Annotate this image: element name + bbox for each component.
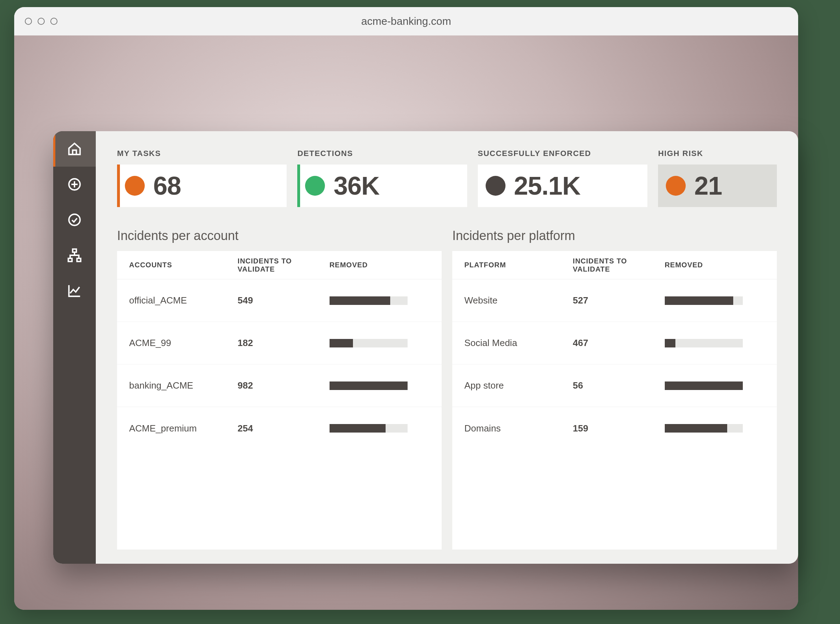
panels: Incidents per account ACCOUNTS INCIDENTS… bbox=[117, 228, 777, 550]
kpi-label: HIGH RISK bbox=[658, 149, 777, 158]
panel-accounts: Incidents per account ACCOUNTS INCIDENTS… bbox=[117, 228, 442, 550]
kpi-card: 36K bbox=[297, 165, 467, 207]
traffic-lights bbox=[25, 18, 57, 25]
table-row[interactable]: official_ACME 549 bbox=[117, 280, 442, 322]
cell-removed bbox=[665, 339, 765, 348]
col-header-incidents: INCIDENTS TO VALIDATE bbox=[573, 257, 665, 273]
sidebar-item-analytics[interactable] bbox=[53, 273, 96, 309]
svg-rect-3 bbox=[68, 258, 73, 262]
kpi-enforced[interactable]: SUCCESFULLY ENFORCED 25.1K bbox=[478, 149, 647, 207]
kpi-detections[interactable]: DETECTIONS 36K bbox=[297, 149, 467, 207]
cell-removed bbox=[330, 339, 430, 348]
cell-incidents: 182 bbox=[238, 338, 330, 349]
cell-incidents: 467 bbox=[573, 338, 665, 349]
svg-point-1 bbox=[69, 214, 80, 226]
cell-platform: Website bbox=[464, 295, 573, 306]
kpi-value: 25.1K bbox=[514, 171, 580, 200]
kpi-label: SUCCESFULLY ENFORCED bbox=[478, 149, 647, 158]
kpi-row: MY TASKS 68 DETECTIONS 36K SUCCESFULLY E… bbox=[117, 149, 777, 207]
browser-url: acme-banking.com bbox=[361, 15, 451, 27]
col-header-platform: PLATFORM bbox=[464, 261, 573, 269]
table-row[interactable]: Domains 159 bbox=[452, 407, 777, 449]
table-row[interactable]: Social Media 467 bbox=[452, 322, 777, 365]
cell-incidents: 159 bbox=[573, 423, 665, 434]
cell-account: banking_ACME bbox=[129, 380, 238, 391]
table-row[interactable]: App store 56 bbox=[452, 365, 777, 407]
status-dot-icon bbox=[125, 176, 145, 196]
traffic-light-close[interactable] bbox=[25, 18, 32, 25]
table-row[interactable]: ACME_premium 254 bbox=[117, 407, 442, 449]
table-row[interactable]: Website 527 bbox=[452, 280, 777, 322]
sidebar-item-validate[interactable] bbox=[53, 202, 96, 238]
kpi-my-tasks[interactable]: MY TASKS 68 bbox=[117, 149, 287, 207]
panel-title: Incidents per platform bbox=[452, 228, 777, 243]
progress-fill bbox=[330, 297, 391, 305]
traffic-light-zoom[interactable] bbox=[50, 18, 57, 25]
progress-fill bbox=[330, 382, 408, 390]
progress-bar bbox=[330, 382, 408, 390]
dashboard-app: MY TASKS 68 DETECTIONS 36K SUCCESFULLY E… bbox=[53, 131, 798, 564]
kpi-label: DETECTIONS bbox=[297, 149, 467, 158]
progress-bar bbox=[665, 297, 743, 305]
cell-removed bbox=[665, 297, 765, 305]
cell-incidents: 527 bbox=[573, 295, 665, 306]
progress-bar bbox=[665, 424, 743, 432]
cell-incidents: 56 bbox=[573, 380, 665, 391]
accounts-table: ACCOUNTS INCIDENTS TO VALIDATE REMOVED o… bbox=[117, 251, 442, 550]
progress-fill bbox=[330, 424, 385, 432]
kpi-label: MY TASKS bbox=[117, 149, 287, 158]
progress-bar bbox=[330, 297, 408, 305]
traffic-light-minimize[interactable] bbox=[38, 18, 45, 25]
cell-platform: App store bbox=[464, 380, 573, 391]
status-dot-icon bbox=[486, 176, 506, 196]
dashboard-main: MY TASKS 68 DETECTIONS 36K SUCCESFULLY E… bbox=[96, 131, 798, 564]
kpi-card: 25.1K bbox=[478, 165, 647, 207]
platform-table: PLATFORM INCIDENTS TO VALIDATE REMOVED W… bbox=[452, 251, 777, 550]
browser-chrome: acme-banking.com bbox=[14, 7, 798, 36]
cell-incidents: 982 bbox=[238, 380, 330, 391]
progress-bar bbox=[330, 424, 408, 432]
progress-fill bbox=[665, 297, 733, 305]
panel-platform: Incidents per platform PLATFORM INCIDENT… bbox=[452, 228, 777, 550]
cell-incidents: 254 bbox=[238, 423, 330, 434]
col-header-removed: REMOVED bbox=[665, 261, 765, 269]
cell-account: ACME_premium bbox=[129, 423, 238, 434]
cell-platform: Domains bbox=[464, 423, 573, 434]
sitemap-icon bbox=[67, 248, 82, 263]
col-header-removed: REMOVED bbox=[330, 261, 430, 269]
table-row[interactable]: banking_ACME 982 bbox=[117, 365, 442, 407]
line-chart-icon bbox=[67, 283, 82, 298]
sidebar-item-home[interactable] bbox=[53, 131, 96, 167]
kpi-high-risk[interactable]: HIGH RISK 21 bbox=[658, 149, 777, 207]
status-dot-icon bbox=[305, 176, 325, 196]
cell-account: official_ACME bbox=[129, 295, 238, 306]
sidebar-item-add[interactable] bbox=[53, 167, 96, 202]
progress-bar bbox=[665, 339, 743, 348]
col-header-accounts: ACCOUNTS bbox=[129, 261, 238, 269]
table-header: PLATFORM INCIDENTS TO VALIDATE REMOVED bbox=[452, 251, 777, 280]
sidebar-item-network[interactable] bbox=[53, 238, 96, 273]
home-icon bbox=[67, 142, 82, 156]
check-circle-icon bbox=[67, 212, 82, 227]
cell-removed bbox=[330, 297, 430, 305]
progress-fill bbox=[330, 339, 353, 348]
cell-account: ACME_99 bbox=[129, 338, 238, 349]
table-row[interactable]: ACME_99 182 bbox=[117, 322, 442, 365]
cell-removed bbox=[665, 424, 765, 432]
progress-bar bbox=[330, 339, 408, 348]
progress-fill bbox=[665, 382, 743, 390]
col-header-incidents: INCIDENTS TO VALIDATE bbox=[238, 257, 330, 273]
cell-removed bbox=[330, 424, 430, 432]
progress-bar bbox=[665, 382, 743, 390]
svg-rect-4 bbox=[77, 258, 81, 262]
cell-removed bbox=[330, 382, 430, 390]
cell-incidents: 549 bbox=[238, 295, 330, 306]
progress-fill bbox=[665, 339, 676, 348]
status-dot-icon bbox=[666, 176, 686, 196]
kpi-value: 21 bbox=[694, 171, 722, 200]
progress-fill bbox=[665, 424, 727, 432]
cell-removed bbox=[665, 382, 765, 390]
kpi-card: 21 bbox=[658, 165, 777, 207]
kpi-card: 68 bbox=[117, 165, 287, 207]
table-header: ACCOUNTS INCIDENTS TO VALIDATE REMOVED bbox=[117, 251, 442, 280]
